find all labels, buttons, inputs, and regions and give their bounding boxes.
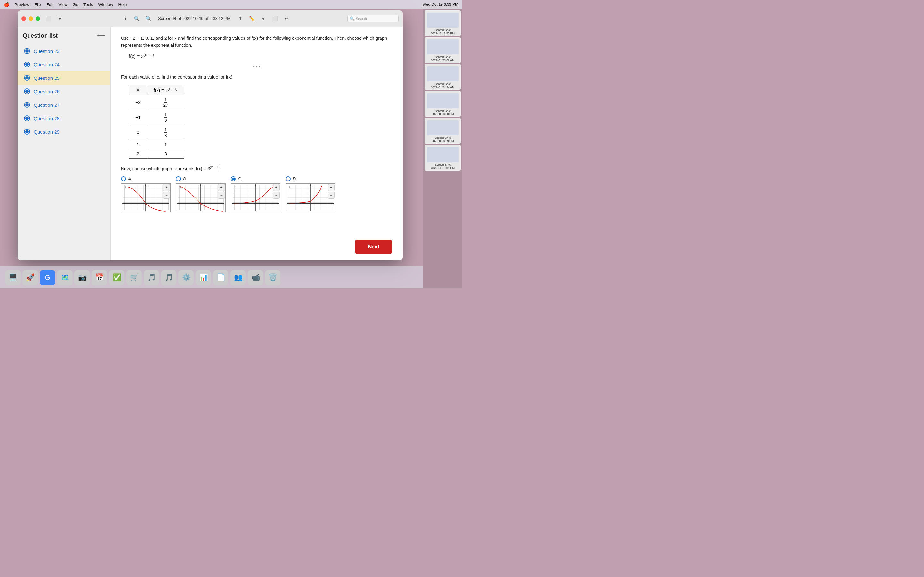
itunes-icon[interactable]: 🎵 [144, 270, 159, 285]
q28-radio[interactable] [24, 115, 30, 121]
sidebar: Question list ⟵ Question 23 Question 24 … [18, 27, 111, 260]
question-list: Question 23 Question 24 Question 25 Ques… [18, 42, 110, 260]
next-button[interactable]: Next [355, 240, 393, 254]
numbers-icon[interactable]: 📊 [196, 270, 211, 285]
appstore-icon[interactable]: 🛒 [126, 270, 142, 285]
chrome-icon[interactable]: G [40, 270, 55, 285]
menu-tools[interactable]: Tools [83, 2, 93, 7]
search-placeholder: Search [356, 17, 367, 21]
option-a-label[interactable]: A. [121, 176, 132, 181]
x-value-5: 2 [129, 149, 147, 159]
q25-radio[interactable] [24, 75, 30, 81]
zoom-out-b-button[interactable]: − [218, 192, 225, 199]
app-name[interactable]: Preview [15, 2, 29, 7]
rotate-icon[interactable]: ↩ [282, 14, 291, 23]
crop-icon[interactable]: ⬜ [270, 14, 279, 23]
search-bar[interactable]: 🔍 Search [347, 15, 399, 23]
table-row: −1 1 9 [129, 110, 184, 125]
option-d-radio[interactable] [286, 176, 291, 181]
option-c-label[interactable]: C. [231, 176, 242, 181]
q29-radio[interactable] [24, 129, 30, 135]
svg-marker-33 [200, 184, 202, 186]
thumb-4[interactable]: Screen Shot2022-0...8.30 PM [425, 91, 461, 117]
sidebar-item-q23[interactable]: Question 23 [18, 44, 110, 58]
zoom-out-a-button[interactable]: − [163, 192, 170, 199]
menu-file[interactable]: File [34, 2, 41, 7]
trash-icon[interactable]: 🗑️ [265, 270, 280, 285]
finder-icon[interactable]: 🖥️ [5, 270, 21, 285]
zoom-out-d-button[interactable]: − [328, 192, 334, 199]
zoom-in-icon[interactable]: 🔍 [144, 14, 153, 23]
q24-radio[interactable] [24, 61, 30, 67]
graph-option-d[interactable]: D. [286, 176, 335, 212]
thumb-5[interactable]: Screen Shot2022-0...8.39 PM [425, 118, 461, 143]
pencil-icon[interactable]: ✏️ [247, 14, 256, 23]
apple-menu[interactable]: 🍎 [4, 2, 9, 7]
zoom-in-b-button[interactable]: + [218, 184, 225, 191]
option-c-radio[interactable] [231, 176, 236, 181]
traffic-lights [21, 16, 40, 21]
menu-go[interactable]: Go [73, 2, 78, 7]
thumb-1[interactable]: Screen Shot2022-10...2.53 PM [425, 10, 461, 36]
q28-label: Question 28 [34, 116, 60, 121]
fx-value-4: 1 [147, 140, 184, 149]
thumb-6[interactable]: Screen Shot2022-10...5.01 PM [425, 145, 461, 171]
svg-text:6: 6 [289, 186, 291, 188]
option-d-letter: D. [292, 176, 297, 181]
zoom-in-d-button[interactable]: + [328, 184, 334, 191]
zoom-in-a-button[interactable]: + [163, 184, 170, 191]
next-button-container: Next [355, 240, 393, 254]
zoom-out-c-button[interactable]: − [273, 192, 280, 199]
menu-edit[interactable]: Edit [46, 2, 53, 7]
graph-option-a[interactable]: A. [121, 176, 171, 212]
fullscreen-button[interactable] [36, 16, 40, 21]
values-table: x f(x) = 3(x − 1) −2 1 27 [129, 85, 184, 159]
chevron-down-icon[interactable]: ▾ [55, 14, 65, 23]
menu-view[interactable]: View [59, 2, 68, 7]
svg-marker-51 [254, 184, 256, 186]
sidebar-collapse-button[interactable]: ⟵ [97, 32, 105, 39]
sidebar-item-q26[interactable]: Question 26 [18, 85, 110, 98]
reminders-icon[interactable]: ✅ [109, 270, 124, 285]
sidebar-item-q24[interactable]: Question 24 [18, 58, 110, 71]
info-icon[interactable]: ℹ [121, 14, 130, 23]
sidebar-item-q29[interactable]: Question 29 [18, 125, 110, 139]
crossover-icon[interactable]: ⚙️ [178, 270, 194, 285]
option-a-radio[interactable] [121, 176, 126, 181]
graph-option-c[interactable]: C. [231, 176, 280, 212]
menubar-left: 🍎 Preview File Edit View Go Tools Window… [4, 2, 127, 7]
thumb-label-6: Screen Shot2022-10...5.01 PM [431, 163, 455, 169]
menu-window[interactable]: Window [98, 2, 113, 7]
option-b-label[interactable]: B. [176, 176, 187, 181]
sidebar-item-q28[interactable]: Question 28 [18, 111, 110, 125]
music-icon[interactable]: 🎵 [161, 270, 176, 285]
sidebar-toggle[interactable]: ⬜ ▾ [44, 14, 65, 23]
share-icon[interactable]: ⬆ [236, 14, 245, 23]
close-button[interactable] [21, 16, 26, 21]
table-row: 0 1 3 [129, 125, 184, 140]
option-d-label[interactable]: D. [286, 176, 297, 181]
sidebar-item-q27[interactable]: Question 27 [18, 98, 110, 111]
q27-radio[interactable] [24, 102, 30, 108]
graph-option-b[interactable]: B. [176, 176, 226, 212]
zoom-out-icon[interactable]: 🔍 [132, 14, 142, 23]
photos-icon[interactable]: 📷 [74, 270, 90, 285]
launchpad-icon[interactable]: 🚀 [23, 270, 38, 285]
pages-icon[interactable]: 📄 [213, 270, 228, 285]
calendar-icon[interactable]: 📅 [92, 270, 107, 285]
option-b-radio[interactable] [176, 176, 181, 181]
zoom-in-c-button[interactable]: + [273, 184, 280, 191]
sidebar-icon[interactable]: ⬜ [44, 14, 53, 23]
thumb-2[interactable]: Screen Shot2022-0...23.00 AM [425, 37, 461, 63]
menu-help[interactable]: Help [118, 2, 127, 7]
maps-icon[interactable]: 🗺️ [57, 270, 73, 285]
teams-icon[interactable]: 👥 [230, 270, 246, 285]
q23-radio[interactable] [24, 48, 30, 54]
sidebar-item-q25[interactable]: Question 25 [18, 71, 110, 85]
q26-radio[interactable] [24, 89, 30, 94]
col-fx-header: f(x) = 3(x − 1) [147, 85, 184, 95]
markup-chevron-icon[interactable]: ▾ [259, 14, 268, 23]
zoom-icon[interactable]: 📹 [248, 270, 263, 285]
minimize-button[interactable] [29, 16, 33, 21]
thumb-3[interactable]: Screen Shot2022-0...24.24 AM [425, 64, 461, 90]
